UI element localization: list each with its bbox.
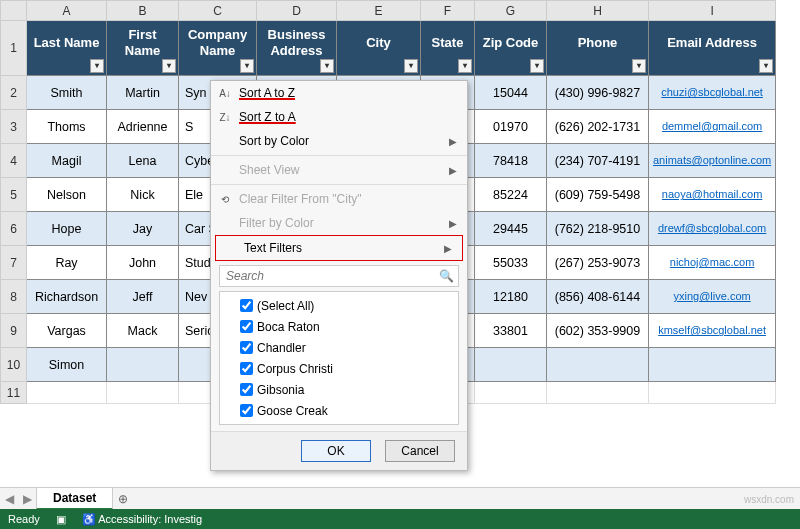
cell-email[interactable] xyxy=(649,348,776,382)
row-1[interactable]: 1 xyxy=(1,21,27,76)
cell-zip[interactable] xyxy=(475,382,547,404)
filter-button-business-address[interactable]: ▾ xyxy=(320,59,334,73)
col-E[interactable]: E xyxy=(337,1,421,21)
filter-checkbox[interactable] xyxy=(240,320,253,333)
cell-zip[interactable]: 29445 xyxy=(475,212,547,246)
cell-email[interactable]: yxing@live.com xyxy=(649,280,776,314)
cell-first[interactable]: John xyxy=(107,246,179,280)
col-F[interactable]: F xyxy=(421,1,475,21)
cell-zip[interactable]: 01970 xyxy=(475,110,547,144)
cell-phone[interactable]: (626) 202-1731 xyxy=(547,110,649,144)
row-10[interactable]: 10 xyxy=(1,348,27,382)
cell-last[interactable]: Vargas xyxy=(27,314,107,348)
sort-z-to-a[interactable]: Z↓ Sort Z to A xyxy=(211,105,467,129)
filter-search[interactable]: 🔍 xyxy=(219,265,459,287)
cell-first[interactable]: Nick xyxy=(107,178,179,212)
filter-search-input[interactable] xyxy=(224,268,439,284)
cell-email[interactable]: nichoj@mac.com xyxy=(649,246,776,280)
col-C[interactable]: C xyxy=(179,1,257,21)
filter-button-zip-code[interactable]: ▾ xyxy=(530,59,544,73)
filter-button-email-address[interactable]: ▾ xyxy=(759,59,773,73)
cell-first[interactable]: Adrienne xyxy=(107,110,179,144)
row-2[interactable]: 2 xyxy=(1,76,27,110)
cell-last[interactable]: Simon xyxy=(27,348,107,382)
row-11[interactable]: 11 xyxy=(1,382,27,404)
cell-last[interactable]: Ray xyxy=(27,246,107,280)
cell-zip[interactable] xyxy=(475,348,547,382)
ok-button[interactable]: OK xyxy=(301,440,371,462)
new-sheet-button[interactable]: ⊕ xyxy=(113,492,133,506)
col-B[interactable]: B xyxy=(107,1,179,21)
cell-email[interactable]: demmel@gmail.com xyxy=(649,110,776,144)
cell-phone[interactable]: (609) 759-5498 xyxy=(547,178,649,212)
select-all-corner[interactable] xyxy=(1,1,27,21)
cell-phone[interactable]: (762) 218-9510 xyxy=(547,212,649,246)
text-filters[interactable]: Text Filters▶ xyxy=(215,235,463,261)
row-3[interactable]: 3 xyxy=(1,110,27,144)
row-4[interactable]: 4 xyxy=(1,144,27,178)
cell-first[interactable] xyxy=(107,382,179,404)
cell-email[interactable] xyxy=(649,382,776,404)
filter-checkbox[interactable] xyxy=(240,383,253,396)
tab-dataset[interactable]: Dataset xyxy=(36,487,113,510)
cancel-button[interactable]: Cancel xyxy=(385,440,455,462)
filter-checkbox[interactable] xyxy=(240,362,253,375)
filter-item[interactable]: (Select All) xyxy=(224,295,454,316)
cell-phone[interactable] xyxy=(547,382,649,404)
cell-first[interactable]: Lena xyxy=(107,144,179,178)
filter-checklist[interactable]: (Select All) Boca Raton Chandler Corpus … xyxy=(219,291,459,425)
cell-email[interactable]: kmself@sbcglobal.net xyxy=(649,314,776,348)
cell-zip[interactable]: 33801 xyxy=(475,314,547,348)
cell-last[interactable]: Nelson xyxy=(27,178,107,212)
filter-item[interactable]: Corpus Christi xyxy=(224,358,454,379)
cell-phone[interactable]: (234) 707-4191 xyxy=(547,144,649,178)
cell-first[interactable]: Mack xyxy=(107,314,179,348)
cell-zip[interactable]: 15044 xyxy=(475,76,547,110)
row-7[interactable]: 7 xyxy=(1,246,27,280)
filter-checkbox[interactable] xyxy=(240,404,253,417)
col-I[interactable]: I xyxy=(649,1,776,21)
cell-zip[interactable]: 78418 xyxy=(475,144,547,178)
filter-button-phone[interactable]: ▾ xyxy=(632,59,646,73)
tab-nav-next[interactable]: ▶ xyxy=(18,492,36,506)
col-A[interactable]: A xyxy=(27,1,107,21)
filter-item[interactable]: Boca Raton xyxy=(224,316,454,337)
sort-a-to-z[interactable]: A↓ Sort A to Z xyxy=(211,81,467,105)
row-9[interactable]: 9 xyxy=(1,314,27,348)
cell-phone[interactable]: (267) 253-9073 xyxy=(547,246,649,280)
col-D[interactable]: D xyxy=(257,1,337,21)
cell-phone[interactable] xyxy=(547,348,649,382)
sort-by-color[interactable]: Sort by Color▶ xyxy=(211,129,467,153)
cell-email[interactable]: naoya@hotmail.com xyxy=(649,178,776,212)
row-6[interactable]: 6 xyxy=(1,212,27,246)
cell-last[interactable]: Thoms xyxy=(27,110,107,144)
cell-first[interactable]: Martin xyxy=(107,76,179,110)
cell-zip[interactable]: 85224 xyxy=(475,178,547,212)
filter-checkbox[interactable] xyxy=(240,341,253,354)
cell-zip[interactable]: 55033 xyxy=(475,246,547,280)
cell-last[interactable] xyxy=(27,382,107,404)
filter-button-city[interactable]: ▾ xyxy=(404,59,418,73)
row-8[interactable]: 8 xyxy=(1,280,27,314)
col-H[interactable]: H xyxy=(547,1,649,21)
cell-email[interactable]: chuzi@sbcglobal.net xyxy=(649,76,776,110)
cell-phone[interactable]: (602) 353-9909 xyxy=(547,314,649,348)
macro-record-icon[interactable]: ▣ xyxy=(56,513,66,526)
accessibility-status[interactable]: ♿ Accessibility: Investig xyxy=(82,513,202,526)
col-G[interactable]: G xyxy=(475,1,547,21)
cell-email[interactable]: drewf@sbcglobal.com xyxy=(649,212,776,246)
cell-last[interactable]: Smith xyxy=(27,76,107,110)
cell-first[interactable] xyxy=(107,348,179,382)
filter-button-state[interactable]: ▾ xyxy=(458,59,472,73)
filter-item[interactable]: Chandler xyxy=(224,337,454,358)
cell-last[interactable]: Hope xyxy=(27,212,107,246)
cell-phone[interactable]: (430) 996-9827 xyxy=(547,76,649,110)
cell-first[interactable]: Jay xyxy=(107,212,179,246)
filter-button-first-name[interactable]: ▾ xyxy=(162,59,176,73)
cell-last[interactable]: Richardson xyxy=(27,280,107,314)
cell-email[interactable]: animats@optonline.com xyxy=(649,144,776,178)
filter-item[interactable]: Goose Creak xyxy=(224,400,454,421)
cell-phone[interactable]: (856) 408-6144 xyxy=(547,280,649,314)
row-5[interactable]: 5 xyxy=(1,178,27,212)
filter-item[interactable]: Hastings xyxy=(224,421,454,425)
